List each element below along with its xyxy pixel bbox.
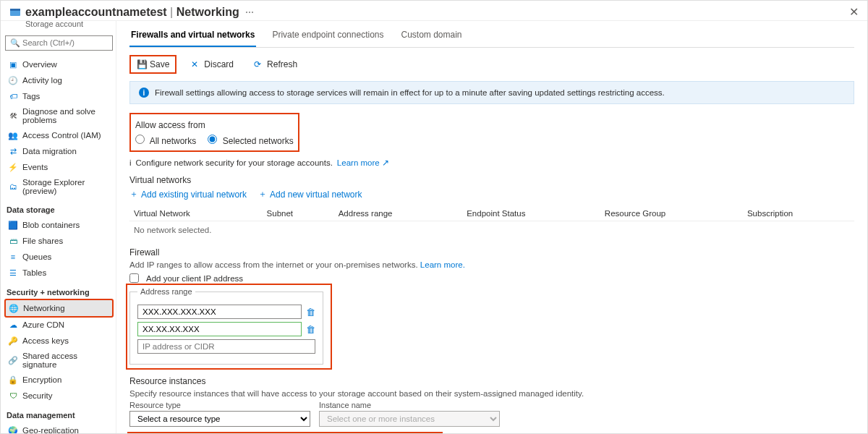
sidebar-item-label: Networking	[23, 304, 65, 312]
discard-button[interactable]: ✕ Discard	[185, 56, 239, 72]
sidebar-item-networking[interactable]: 🌐Networking	[5, 299, 113, 317]
vnet-empty: No network selected.	[129, 221, 854, 239]
tags-icon: 🏷	[8, 91, 18, 101]
configure-text: Configure network security for your stor…	[136, 158, 333, 167]
sidebar-item-access-control-iam-[interactable]: 👥Access Control (IAM)	[5, 127, 113, 143]
diagnose-icon: 🛠	[8, 111, 18, 121]
radio-selected-networks[interactable]: Selected networks	[208, 135, 293, 146]
sidebar-item-label: Blob containers	[22, 221, 80, 229]
sidebar-item-security[interactable]: 🛡Security	[5, 388, 113, 404]
sidebar-item-label: Diagnose and solve problems	[22, 107, 110, 124]
page-subtitle: Storage account	[25, 20, 83, 28]
vnet-table: Virtual NetworkSubnetAddress rangeEndpoi…	[129, 206, 854, 239]
delete-ip-1[interactable]: 🗑	[306, 324, 315, 335]
address-range-fieldset: Address range 🗑 🗑	[129, 287, 323, 365]
instance-name-select: Select one or more instances	[319, 411, 500, 427]
firewall-learn-more[interactable]: Learn more.	[420, 260, 465, 269]
tab-firewalls-and-virtual-networks[interactable]: Firewalls and virtual networks	[129, 24, 256, 47]
tab-private-endpoint-connections[interactable]: Private endpoint connections	[271, 24, 385, 47]
sidebar-item-label: Encryption	[22, 375, 61, 384]
learn-more-link[interactable]: Learn more ↗	[337, 158, 389, 168]
tables-icon: ☰	[8, 268, 18, 278]
ip-range-input-0[interactable]	[137, 305, 302, 319]
sidebar-item-label: Security	[22, 391, 53, 400]
sidebar-search[interactable]: 🔍	[5, 35, 113, 51]
sidebar-item-label: Geo-replication	[22, 426, 79, 433]
firewall-heading: Firewall	[129, 247, 854, 258]
sidebar-item-access-keys[interactable]: 🔑Access keys	[5, 333, 113, 349]
save-icon: 💾	[137, 59, 147, 69]
sidebar-item-label: Storage Explorer (preview)	[22, 178, 110, 195]
radio-all-networks[interactable]: All networks	[135, 135, 196, 146]
access-keys-icon: 🔑	[8, 336, 18, 346]
sidebar-item-events[interactable]: ⚡Events	[5, 159, 113, 175]
add-existing-vnet[interactable]: ＋ Add existing virtual network	[129, 188, 247, 200]
events-icon: ⚡	[8, 162, 18, 172]
sidebar-item-label: Shared access signature	[22, 352, 110, 369]
sas-icon: 🔗	[8, 355, 18, 365]
sidebar-item-activity-log[interactable]: 🕘Activity log	[5, 72, 113, 88]
iam-icon: 👥	[8, 130, 18, 140]
nav-group-heading: Data storage	[7, 205, 113, 214]
sidebar-item-geo-replication[interactable]: 🌍Geo-replication	[5, 422, 113, 433]
geo-icon: 🌍	[8, 425, 18, 433]
close-icon[interactable]: ✕	[849, 5, 859, 19]
save-button[interactable]: 💾 Save	[129, 55, 176, 74]
refresh-icon: ⟳	[254, 59, 264, 69]
sidebar-item-label: Queues	[22, 252, 51, 261]
delete-ip-0[interactable]: 🗑	[306, 307, 315, 318]
cdn-icon: ☁	[8, 320, 18, 330]
add-client-ip-checkbox[interactable]	[129, 273, 139, 283]
search-input[interactable]	[22, 38, 106, 47]
sidebar-item-queues[interactable]: ≡Queues	[5, 249, 113, 265]
sidebar-item-data-migration[interactable]: ⇄Data migration	[5, 143, 113, 159]
info-icon: i	[129, 158, 132, 167]
vnet-col: Endpoint Status	[462, 206, 600, 221]
sidebar-item-blob-containers[interactable]: 🟦Blob containers	[5, 217, 113, 233]
sidebar-item-overview[interactable]: ▣Overview	[5, 56, 113, 72]
instance-name-label: Instance name	[319, 401, 500, 409]
vnet-col: Address range	[334, 206, 463, 221]
sidebar-item-diagnose-and-solve-problems[interactable]: 🛠Diagnose and solve problems	[5, 104, 113, 127]
sidebar-item-label: Access Control (IAM)	[22, 131, 101, 140]
sidebar-item-encryption[interactable]: 🔒Encryption	[5, 372, 113, 388]
ip-range-input-new[interactable]	[137, 339, 315, 354]
resource-instances-desc: Specify resource instances that will hav…	[129, 389, 854, 398]
discard-icon: ✕	[191, 59, 201, 69]
refresh-button[interactable]: ⟳ Refresh	[248, 56, 303, 72]
sidebar-item-shared-access-signature[interactable]: 🔗Shared access signature	[5, 349, 113, 372]
sidebar-item-tags[interactable]: 🏷Tags	[5, 88, 113, 104]
sidebar-item-label: Events	[22, 163, 48, 171]
resource-instances-heading: Resource instances	[129, 376, 854, 386]
sidebar-item-label: Access keys	[22, 336, 69, 345]
data-migration-icon: ⇄	[8, 146, 18, 156]
sidebar-item-file-shares[interactable]: 🗃File shares	[5, 233, 113, 249]
svg-rect-1	[10, 9, 20, 11]
sidebar-item-label: Data migration	[22, 147, 77, 156]
networking-icon: 🌐	[9, 303, 19, 313]
allow-access-label: Allow access from	[135, 120, 294, 130]
ip-range-input-1[interactable]	[137, 322, 302, 336]
add-new-vnet[interactable]: ＋ Add new virtual network	[258, 188, 362, 200]
page-title: exampleaccountnametest | Networking	[25, 6, 239, 19]
nav-group-heading: Security + networking	[7, 288, 113, 297]
sidebar-item-label: Azure CDN	[22, 320, 64, 329]
sidebar-item-tables[interactable]: ☰Tables	[5, 265, 113, 281]
more-menu[interactable]: ⋯	[245, 7, 254, 17]
resource-type-label: Resource type	[129, 401, 310, 409]
queues-icon: ≡	[8, 252, 18, 262]
info-banner: i Firewall settings allowing access to s…	[129, 81, 854, 104]
vnet-heading: Virtual networks	[129, 175, 854, 185]
sidebar-item-label: Tables	[22, 268, 46, 277]
vnet-col: Subscription	[743, 206, 854, 221]
vnet-col: Subnet	[263, 206, 334, 221]
tab-custom-domain[interactable]: Custom domain	[400, 24, 464, 47]
sidebar-item-label: File shares	[22, 237, 63, 245]
sidebar-item-label: Tags	[22, 92, 40, 101]
activity-log-icon: 🕘	[8, 75, 18, 85]
sidebar-item-storage-explorer-preview-[interactable]: 🗂Storage Explorer (preview)	[5, 175, 113, 198]
sidebar-item-azure-cdn[interactable]: ☁Azure CDN	[5, 317, 113, 333]
allow-access-group: Allow access from All networks Selected …	[129, 113, 299, 152]
resource-type-select[interactable]: Select a resource type	[129, 411, 310, 427]
file-shares-icon: 🗃	[8, 236, 18, 246]
